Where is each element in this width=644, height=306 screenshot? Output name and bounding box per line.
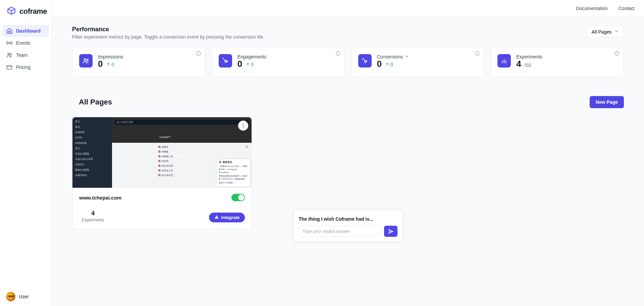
info-icon[interactable] bbox=[335, 51, 341, 57]
thumb-sidebar: 显示 集成 本地部署 AI写作 AI绘画创建 显示 在线生成图像 本地/云部/台… bbox=[72, 117, 112, 188]
pages-title: All Pages bbox=[72, 98, 112, 106]
stat-card-conversions[interactable]: Conversions 0 0 bbox=[351, 47, 485, 77]
svg-rect-14 bbox=[217, 216, 217, 217]
chevron-down-icon bbox=[614, 29, 619, 35]
thumb-news: 📚 最新资讯 一种新的 Prompt 方法——"类推提示法"（Analogica… bbox=[217, 159, 250, 186]
brand-name: coframe bbox=[19, 7, 47, 16]
stat-delta: 0 bbox=[246, 62, 254, 67]
bar-chart-icon bbox=[497, 54, 511, 68]
feedback-send-button[interactable] bbox=[384, 226, 397, 237]
stat-suffix: /50 bbox=[525, 62, 531, 68]
svg-point-13 bbox=[243, 127, 244, 127]
stat-value: 0 bbox=[377, 59, 382, 68]
sidebar-user[interactable]: User bbox=[0, 287, 52, 306]
page-filter-label: All Pages bbox=[592, 29, 611, 35]
thumb-search: 输入关键字搜索 bbox=[115, 120, 249, 125]
info-icon[interactable] bbox=[196, 51, 201, 57]
info-icon[interactable] bbox=[475, 51, 480, 57]
topbar-link-contact[interactable]: Contact bbox=[619, 6, 635, 11]
sidebar-item-pricing[interactable]: Pricing bbox=[3, 61, 49, 73]
stat-value: 0 bbox=[98, 59, 103, 68]
svg-point-10 bbox=[246, 146, 248, 147]
svg-point-1 bbox=[8, 53, 9, 55]
stat-delta: 0 bbox=[385, 62, 393, 67]
feedback-input[interactable] bbox=[299, 226, 381, 237]
credit-card-icon bbox=[6, 64, 13, 71]
new-page-button[interactable]: New Page bbox=[590, 96, 624, 108]
feedback-card: The thing I wish Coframe had is... bbox=[293, 210, 403, 242]
performance-subtitle: Filter experiment metrics by page. Toggl… bbox=[72, 34, 264, 40]
warning-icon bbox=[214, 215, 219, 220]
integrate-label: Integrate bbox=[221, 215, 239, 220]
page-card: 显示 集成 本地部署 AI写作 AI绘画创建 显示 在线生成图像 本地/云部/台… bbox=[72, 117, 252, 229]
svg-point-6 bbox=[87, 59, 88, 61]
svg-point-0 bbox=[9, 42, 10, 43]
brand: coframe bbox=[0, 0, 52, 22]
stat-value: 4 bbox=[516, 59, 521, 68]
broadcast-icon bbox=[6, 40, 13, 46]
sidebar: coframe Dashboard Events Team Pricing bbox=[0, 0, 52, 306]
page-url: www.tchepai.com bbox=[79, 195, 121, 201]
cursor-click-icon bbox=[358, 54, 372, 68]
topbar-link-documentation[interactable]: Documentation bbox=[576, 6, 608, 11]
avatar bbox=[6, 292, 15, 301]
svg-rect-3 bbox=[7, 65, 12, 69]
sidebar-item-team[interactable]: Team bbox=[3, 49, 49, 61]
sidebar-item-label: Events bbox=[16, 40, 31, 46]
brand-logo-icon bbox=[6, 5, 17, 17]
stat-card-impressions: Impressions 0 0 bbox=[72, 47, 206, 77]
svg-point-11 bbox=[243, 124, 244, 124]
stat-value: 0 bbox=[237, 59, 242, 68]
sparkle-cursor-icon bbox=[219, 54, 232, 68]
page-experiments-label: Experiments bbox=[82, 218, 104, 222]
svg-point-12 bbox=[243, 125, 244, 126]
team-icon bbox=[6, 52, 13, 58]
performance-title: Performance bbox=[72, 26, 264, 33]
page-filter-button[interactable]: All Pages bbox=[587, 26, 624, 38]
svg-point-2 bbox=[10, 53, 11, 55]
sidebar-nav: Dashboard Events Team Pricing bbox=[0, 22, 52, 287]
stat-delta: 0 bbox=[106, 62, 114, 67]
page-thumbnail[interactable]: 显示 集成 本地部署 AI写作 AI绘画创建 显示 在线生成图像 本地/云部/台… bbox=[72, 117, 252, 188]
info-icon[interactable] bbox=[614, 51, 620, 57]
sidebar-item-events[interactable]: Events bbox=[3, 37, 49, 49]
integrate-button[interactable]: Integrate bbox=[209, 213, 245, 222]
sidebar-item-label: Pricing bbox=[16, 64, 31, 70]
svg-rect-15 bbox=[217, 218, 217, 218]
stat-card-experiments: Experiments 4 /50 bbox=[490, 47, 624, 77]
sidebar-item-label: Dashboard bbox=[16, 28, 41, 34]
thumb-tags: AI聊天 AI视频 AI视频工具 AI营销 AI社交友体 AI专业工具 AI开放… bbox=[158, 145, 173, 177]
topbar: Documentation Contact bbox=[52, 0, 644, 17]
feedback-title: The thing I wish Coframe had is... bbox=[299, 216, 397, 222]
home-icon bbox=[6, 28, 13, 34]
user-name: User bbox=[19, 294, 29, 299]
page-enabled-toggle[interactable] bbox=[231, 194, 245, 201]
users-icon bbox=[79, 54, 93, 68]
sidebar-item-label: Team bbox=[16, 52, 28, 58]
page-experiments-count: 4 bbox=[82, 210, 104, 217]
stat-card-engagements: Engagements 0 0 bbox=[212, 47, 345, 77]
sidebar-item-dashboard[interactable]: Dashboard bbox=[3, 25, 49, 37]
caret-down-icon[interactable] bbox=[405, 54, 409, 59]
thumb-caption-top: ChatGPT bbox=[159, 136, 170, 139]
svg-point-5 bbox=[84, 59, 86, 61]
thumb-search-icon bbox=[244, 144, 250, 149]
